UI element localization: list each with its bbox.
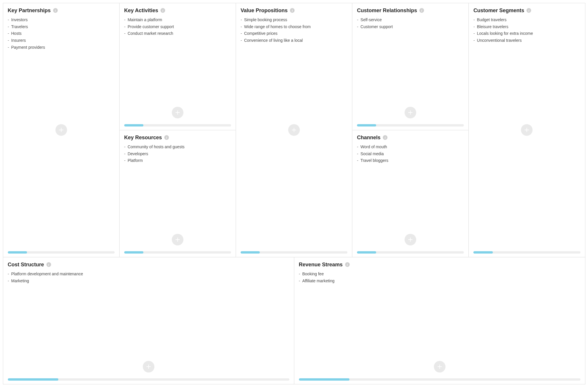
plus-icon	[407, 109, 414, 116]
info-icon[interactable]: i	[383, 135, 387, 140]
block-customer-relationships[interactable]: Customer Relationships i Self-service Cu…	[352, 3, 469, 130]
block-items: Word of mouth Social media Travel blogge…	[357, 144, 464, 164]
list-item[interactable]: Budget travelers	[473, 17, 580, 23]
progress-bar	[473, 251, 580, 254]
list-item[interactable]: Provide customer support	[124, 24, 231, 30]
block-header: Customer Segments i	[473, 7, 580, 14]
add-item-button[interactable]	[434, 361, 445, 372]
info-icon[interactable]: i	[160, 8, 165, 13]
add-item-button[interactable]	[521, 124, 533, 136]
info-icon[interactable]: i	[526, 8, 531, 13]
block-title: Customer Relationships	[357, 7, 417, 14]
block-title: Key Activities	[124, 7, 158, 14]
list-item[interactable]: Investors	[8, 17, 115, 23]
plus-icon	[145, 364, 152, 370]
block-title: Revenue Streams	[299, 261, 343, 268]
progress-fill	[124, 124, 143, 126]
list-item[interactable]: Self-service	[357, 17, 464, 23]
progress-bar	[241, 251, 347, 254]
block-header: Key Resources i	[124, 134, 231, 141]
list-item[interactable]: Unconventional travelers	[473, 37, 580, 44]
block-value-propositions[interactable]: Value Propositions i Simple booking proc…	[236, 3, 352, 257]
list-item[interactable]: Bleisure travelers	[473, 24, 580, 30]
block-items: Platform development and maintenance Mar…	[8, 271, 289, 285]
block-items: Investors Travelers Hosts Insurers Payme…	[8, 17, 115, 51]
block-key-resources[interactable]: Key Resources i Community of hosts and g…	[119, 130, 236, 257]
add-item-button[interactable]	[172, 107, 183, 118]
list-item[interactable]: Competitive prices	[241, 30, 347, 37]
plus-icon	[174, 109, 181, 116]
block-items: Simple booking process Wide range of hom…	[241, 17, 347, 44]
block-items: Budget travelers Bleisure travelers Loca…	[473, 17, 580, 44]
add-item-button[interactable]	[405, 234, 416, 245]
block-title: Key Resources	[124, 134, 162, 141]
list-item[interactable]: Word of mouth	[357, 144, 464, 150]
progress-fill	[8, 378, 59, 381]
progress-bar	[299, 378, 580, 381]
add-item-button[interactable]	[55, 124, 67, 136]
list-item[interactable]: Locals looking for extra income	[473, 30, 580, 37]
progress-bar	[124, 124, 231, 126]
list-item[interactable]: Marketing	[8, 278, 289, 284]
progress-bar	[8, 378, 289, 381]
block-title: Channels	[357, 134, 380, 141]
info-icon[interactable]: i	[164, 135, 169, 140]
block-title: Key Partnerships	[8, 7, 51, 14]
block-title: Customer Segments	[473, 7, 524, 14]
info-icon[interactable]: i	[419, 8, 424, 13]
block-items: Booking fee Affiliate marketing	[299, 271, 580, 285]
progress-fill	[299, 378, 350, 381]
block-items: Maintain a platform Provide customer sup…	[124, 17, 231, 37]
plus-icon	[174, 236, 181, 243]
block-revenue-streams[interactable]: Revenue Streams i Booking fee Affiliate …	[294, 257, 585, 384]
progress-fill	[357, 251, 376, 254]
block-header: Key Activities i	[124, 7, 231, 14]
block-header: Cost Structure i	[8, 261, 289, 268]
list-item[interactable]: Affiliate marketing	[299, 278, 580, 284]
list-item[interactable]: Simple booking process	[241, 17, 347, 23]
block-header: Customer Relationships i	[357, 7, 464, 14]
progress-fill	[241, 251, 260, 254]
block-header: Key Partnerships i	[8, 7, 115, 14]
block-cost-structure[interactable]: Cost Structure i Platform development an…	[3, 257, 294, 384]
add-item-button[interactable]	[405, 107, 416, 118]
block-channels[interactable]: Channels i Word of mouth Social media Tr…	[352, 130, 469, 257]
info-icon[interactable]: i	[46, 262, 51, 267]
list-item[interactable]: Conduct market research	[124, 30, 231, 37]
block-title: Value Propositions	[241, 7, 288, 14]
list-item[interactable]: Platform	[124, 158, 231, 164]
list-item[interactable]: Booking fee	[299, 271, 580, 277]
list-item[interactable]: Travelers	[8, 24, 115, 30]
block-customer-segments[interactable]: Customer Segments i Budget travelers Ble…	[468, 3, 585, 257]
list-item[interactable]: Travel bloggers	[357, 158, 464, 164]
list-item[interactable]: Customer support	[357, 24, 464, 30]
add-item-button[interactable]	[143, 361, 154, 372]
list-item[interactable]: Community of hosts and guests	[124, 144, 231, 150]
block-header: Revenue Streams i	[299, 261, 580, 268]
progress-bar	[124, 251, 231, 254]
info-icon[interactable]: i	[345, 262, 350, 267]
progress-fill	[473, 251, 493, 254]
plus-icon	[437, 364, 443, 370]
block-items: Community of hosts and guests Developers…	[124, 144, 231, 164]
info-icon[interactable]: i	[290, 8, 295, 13]
plus-icon	[291, 127, 297, 133]
list-item[interactable]: Convenience of living like a local	[241, 37, 347, 44]
list-item[interactable]: Platform development and maintenance	[8, 271, 289, 277]
list-item[interactable]: Social media	[357, 151, 464, 157]
add-item-button[interactable]	[172, 234, 183, 245]
list-item[interactable]: Hosts	[8, 30, 115, 37]
list-item[interactable]: Insurers	[8, 37, 115, 44]
block-title: Cost Structure	[8, 261, 44, 268]
list-item[interactable]: Payment providers	[8, 44, 115, 51]
block-key-activities[interactable]: Key Activities i Maintain a platform Pro…	[119, 3, 236, 130]
info-icon[interactable]: i	[53, 8, 58, 13]
list-item[interactable]: Wide range of homes to choose from	[241, 24, 347, 30]
list-item[interactable]: Maintain a platform	[124, 17, 231, 23]
block-key-partnerships[interactable]: Key Partnerships i Investors Travelers H…	[3, 3, 120, 257]
plus-icon	[58, 127, 64, 133]
progress-fill	[357, 124, 376, 126]
add-item-button[interactable]	[288, 124, 300, 136]
list-item[interactable]: Developers	[124, 151, 231, 157]
progress-bar	[357, 124, 464, 126]
